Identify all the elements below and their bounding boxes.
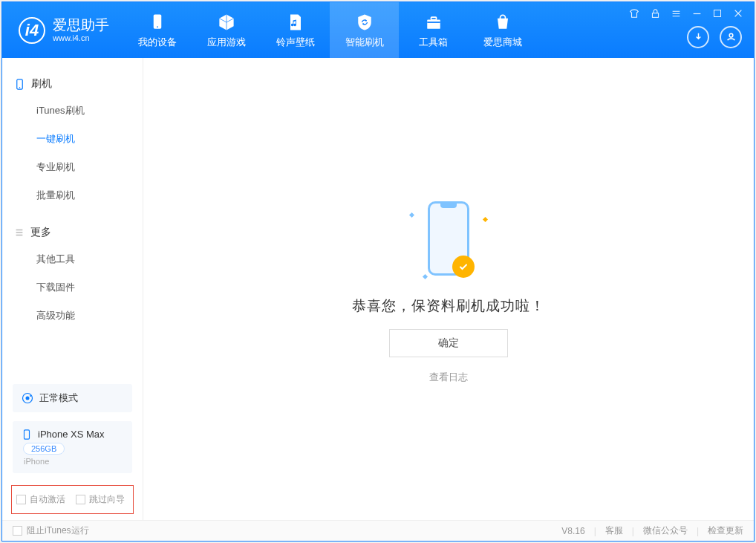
- tab-my-device[interactable]: 我的设备: [123, 2, 192, 58]
- tab-label: 铃声壁纸: [276, 36, 315, 49]
- svg-point-7: [729, 33, 733, 37]
- shield-sync-icon: [354, 12, 375, 33]
- main-content: 恭喜您，保资料刷机成功啦！ 确定 查看日志: [143, 58, 754, 520]
- ok-button[interactable]: 确定: [389, 329, 508, 357]
- tab-store[interactable]: 爱思商城: [468, 2, 537, 58]
- checkbox-label: 阻止iTunes运行: [27, 524, 89, 537]
- app-title: 爱思助手: [53, 17, 109, 33]
- phone-icon: [428, 201, 469, 276]
- capacity-badge: 256GB: [23, 443, 65, 455]
- window-controls: [625, 2, 748, 25]
- nav-tabs: 我的设备 应用游戏 铃声壁纸 智能刷机 工具箱 爱思商城: [123, 2, 537, 58]
- tab-flash[interactable]: 智能刷机: [330, 2, 399, 58]
- svg-rect-1: [714, 10, 721, 17]
- sidebar-item-batch-flash[interactable]: 批量刷机: [2, 181, 143, 209]
- tab-label: 我的设备: [138, 36, 177, 49]
- svg-rect-6: [427, 22, 440, 23]
- footer: 阻止iTunes运行 V8.16 | 客服 | 微信公众号 | 检查更新: [2, 520, 754, 541]
- sidebar-item-itunes-flash[interactable]: iTunes刷机: [2, 97, 143, 125]
- sparkle-icon: [409, 212, 414, 218]
- download-button[interactable]: [687, 26, 709, 48]
- svg-point-3: [157, 26, 158, 27]
- sidebar-item-advanced[interactable]: 高级功能: [2, 302, 143, 330]
- svg-rect-13: [25, 429, 30, 438]
- tab-label: 应用游戏: [207, 36, 246, 49]
- close-button[interactable]: [731, 7, 745, 20]
- sidebar-group-more: 更多: [2, 220, 143, 245]
- tab-apps[interactable]: 应用游戏: [192, 2, 261, 58]
- bag-icon: [492, 12, 513, 33]
- device-icon: [14, 79, 25, 90]
- footer-link-update[interactable]: 检查更新: [708, 524, 743, 537]
- tab-label: 爱思商城: [483, 36, 522, 49]
- footer-link-support[interactable]: 客服: [605, 524, 623, 537]
- auto-activate-checkbox[interactable]: 自动激活: [16, 493, 65, 506]
- svg-point-12: [30, 395, 31, 397]
- sidebar: 刷机 iTunes刷机 一键刷机 专业刷机 批量刷机 更多 其他工具 下载固件 …: [2, 58, 143, 520]
- svg-rect-5: [431, 17, 436, 20]
- shirt-icon[interactable]: [628, 7, 641, 20]
- tab-label: 工具箱: [419, 36, 448, 49]
- skip-guide-checkbox[interactable]: 跳过向导: [76, 493, 125, 506]
- phone-icon: [147, 12, 168, 33]
- view-log-link[interactable]: 查看日志: [429, 371, 468, 384]
- checkbox-icon: [76, 495, 85, 504]
- logo: i4 爱思助手 www.i4.cn: [2, 2, 123, 58]
- svg-rect-0: [652, 13, 658, 17]
- maximize-button[interactable]: [711, 7, 724, 20]
- checkbox-label: 自动激活: [30, 493, 65, 506]
- checkbox-icon: [16, 495, 26, 504]
- device-type: iPhone: [24, 457, 123, 466]
- list-icon: [14, 227, 25, 238]
- checkbox-label: 跳过向导: [89, 493, 125, 506]
- app-subtitle: www.i4.cn: [53, 33, 109, 43]
- sidebar-item-oneclick-flash[interactable]: 一键刷机: [2, 125, 143, 153]
- svg-point-9: [19, 86, 21, 88]
- device-name-text: iPhone XS Max: [38, 429, 105, 440]
- sparkle-icon: [483, 217, 488, 222]
- user-button[interactable]: [720, 26, 742, 48]
- mode-icon: [22, 392, 33, 404]
- header: i4 爱思助手 www.i4.cn 我的设备 应用游戏 铃声壁纸 智能刷机: [2, 2, 754, 58]
- svg-point-11: [26, 397, 30, 400]
- check-badge-icon: [452, 256, 475, 278]
- minimize-button[interactable]: [690, 7, 703, 20]
- separator: |: [697, 526, 699, 536]
- sidebar-item-download-firmware[interactable]: 下载固件: [2, 273, 143, 302]
- sidebar-item-pro-flash[interactable]: 专业刷机: [2, 153, 143, 181]
- separator: |: [632, 526, 634, 536]
- mode-label: 正常模式: [39, 391, 78, 405]
- logo-icon: i4: [19, 17, 45, 44]
- bottom-options-highlight: 自动激活 跳过向导: [11, 485, 134, 514]
- block-itunes-checkbox[interactable]: 阻止iTunes运行: [13, 524, 89, 537]
- device-panel[interactable]: iPhone XS Max 256GB iPhone: [13, 421, 132, 473]
- success-illustration: [404, 194, 493, 283]
- sidebar-item-other-tools[interactable]: 其他工具: [2, 245, 143, 273]
- toolbox-icon: [423, 12, 444, 33]
- success-message: 恭喜您，保资料刷机成功啦！: [352, 296, 545, 316]
- version-label: V8.16: [561, 526, 584, 536]
- menu-icon[interactable]: [669, 7, 682, 20]
- phone-small-icon: [22, 429, 32, 440]
- music-file-icon: [285, 12, 306, 33]
- tab-toolbox[interactable]: 工具箱: [399, 2, 468, 58]
- group-title: 更多: [30, 226, 51, 239]
- cube-icon: [216, 12, 237, 33]
- svg-rect-4: [427, 19, 440, 28]
- sidebar-group-flash: 刷机: [2, 71, 143, 97]
- mode-panel[interactable]: 正常模式: [13, 384, 132, 412]
- lock-icon[interactable]: [648, 7, 662, 20]
- checkbox-icon: [13, 526, 22, 536]
- separator: |: [594, 526, 596, 536]
- tab-ringtones[interactable]: 铃声壁纸: [261, 2, 330, 58]
- app-window: i4 爱思助手 www.i4.cn 我的设备 应用游戏 铃声壁纸 智能刷机: [1, 1, 755, 542]
- group-title: 刷机: [31, 77, 52, 91]
- tab-label: 智能刷机: [345, 36, 384, 49]
- sparkle-icon: [423, 274, 428, 279]
- body: 刷机 iTunes刷机 一键刷机 专业刷机 批量刷机 更多 其他工具 下载固件 …: [2, 58, 754, 520]
- footer-link-wechat[interactable]: 微信公众号: [643, 524, 688, 537]
